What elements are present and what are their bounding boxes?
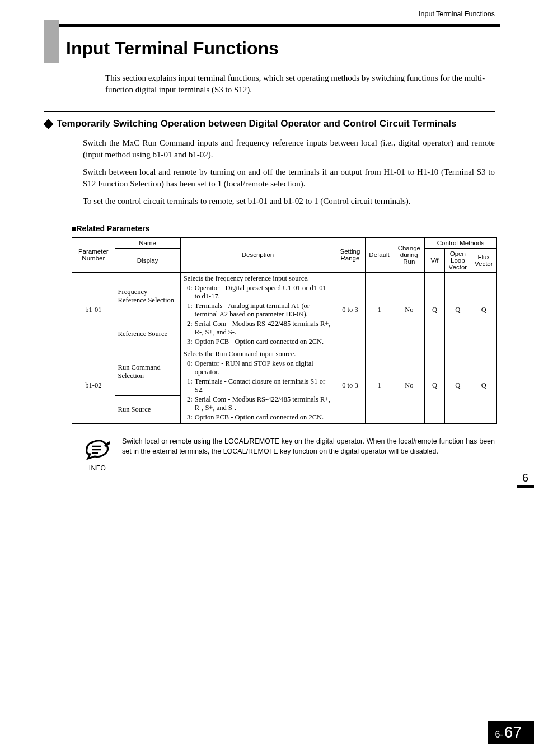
cell-description: Selects the Run Command input source. 0:… <box>180 348 335 423</box>
desc-item-num: 3: <box>184 413 193 422</box>
desc-item-text: Serial Com - Modbus RS-422/485 terminals… <box>195 320 332 337</box>
page-number: 67 <box>504 724 522 741</box>
desc-item-num: 3: <box>184 338 193 346</box>
cell-name: Frequency Reference Selection <box>115 272 180 320</box>
section-heading-text: Temporarily Switching Operation between … <box>57 118 456 130</box>
cell-vf: Q <box>424 272 444 348</box>
info-label: INFO <box>83 464 112 472</box>
desc-item-text: Option PCB - Option card connected on 2C… <box>195 338 332 346</box>
desc-item-text: Operator - Digital preset speed U1-01 or… <box>195 284 332 301</box>
cell-olv: Q <box>445 272 471 348</box>
cell-param: b1-02 <box>72 348 115 423</box>
desc-item-text: Serial Com - Modbus RS-422/485 terminals… <box>195 395 332 412</box>
desc-item-num: 2: <box>184 320 193 337</box>
cell-vf: Q <box>424 348 444 423</box>
th-param-no: Parameter Number <box>72 237 115 272</box>
table-row: b1-01 Frequency Reference Selection Sele… <box>72 272 497 320</box>
desc-item-text: Operator - RUN and STOP keys on digital … <box>195 360 332 376</box>
cell-name: Run Command Selection <box>115 348 180 395</box>
cell-display: Reference Source <box>115 320 180 348</box>
section-paragraph: Switch the MxC Run Command inputs and fr… <box>83 137 495 161</box>
title-accent-block <box>44 20 59 63</box>
cell-olv: Q <box>445 348 471 423</box>
cell-change: No <box>394 348 424 423</box>
header-rule <box>44 24 500 27</box>
desc-item-num: 1: <box>184 377 193 394</box>
th-control-methods: Control Methods <box>424 237 496 248</box>
running-header: Input Terminal Functions <box>0 0 534 18</box>
running-title: Input Terminal Functions <box>419 10 495 18</box>
side-tab-bar <box>517 485 534 488</box>
cell-param: b1-01 <box>72 272 115 348</box>
cell-flux: Q <box>471 348 496 423</box>
th-olv: Open Loop Vector <box>445 248 471 272</box>
th-setting-range: Setting Range <box>335 237 365 272</box>
desc-item-num: 1: <box>184 302 193 319</box>
side-chapter-tab: 6 <box>517 475 534 497</box>
desc-item-text: Option PCB - Option card connected on 2C… <box>195 413 332 422</box>
th-vf: V/f <box>424 248 444 272</box>
cell-range: 0 to 3 <box>335 348 365 423</box>
th-display: Display <box>115 248 180 272</box>
cell-flux: Q <box>471 272 496 348</box>
th-change: Change during Run <box>394 237 424 272</box>
parameters-table: Parameter Number Name Description Settin… <box>72 237 497 424</box>
info-block: INFO Switch local or remote using the LO… <box>83 436 495 472</box>
cell-change: No <box>394 272 424 348</box>
intro-paragraph: This section explains input terminal fun… <box>105 72 495 96</box>
section-rule <box>44 111 495 112</box>
info-icon <box>85 436 110 461</box>
cell-default: 1 <box>365 348 394 423</box>
desc-item-num: 0: <box>184 360 193 376</box>
cell-description: Selects the frequency reference input so… <box>180 272 335 348</box>
page-number-tab: 6- 67 <box>488 721 534 744</box>
desc-item-text: Terminals - Contact closure on terminals… <box>195 377 332 394</box>
section-paragraph: Switch between local and remote by turni… <box>83 166 495 190</box>
desc-item-num: 2: <box>184 395 193 412</box>
desc-item-text: Terminals - Analog input terminal A1 (or… <box>195 302 332 319</box>
info-text: Switch local or remote using the LOCAL/R… <box>122 436 495 456</box>
desc-lead: Selects the Run Command input source. <box>184 350 332 358</box>
subheading: ■Related Parameters <box>72 224 495 233</box>
section-paragraph: To set the control circuit terminals to … <box>83 195 495 207</box>
th-default: Default <box>365 237 394 272</box>
info-icon-wrap: INFO <box>83 436 112 472</box>
cell-default: 1 <box>365 272 394 348</box>
cell-display: Run Source <box>115 395 180 423</box>
subheading-text: Related Parameters <box>76 224 149 233</box>
page-title: Input Terminal Functions <box>44 38 495 59</box>
diamond-icon <box>43 119 53 129</box>
th-name: Name <box>115 237 180 248</box>
section-heading: Temporarily Switching Operation between … <box>44 118 495 130</box>
table-row: b1-02 Run Command Selection Selects the … <box>72 348 497 395</box>
chapter-prefix: 6- <box>495 730 503 740</box>
cell-range: 0 to 3 <box>335 272 365 348</box>
th-flux: Flux Vector <box>471 248 496 272</box>
desc-item-num: 0: <box>184 284 193 301</box>
th-description: Description <box>180 237 335 272</box>
desc-lead: Selects the frequency reference input so… <box>184 274 332 283</box>
side-chapter-number: 6 <box>522 472 528 484</box>
